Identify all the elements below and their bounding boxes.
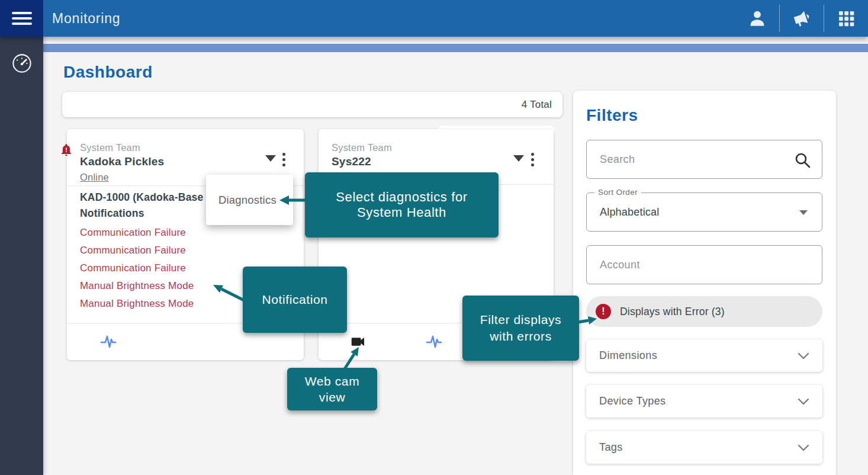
card-more-menu-button[interactable] — [278, 149, 289, 169]
search-icon — [793, 151, 811, 169]
accordion-tags[interactable]: Tags — [586, 431, 822, 464]
filters-title: Filters — [586, 106, 638, 125]
gauge-icon — [11, 53, 33, 74]
callout-select-diagnostics: Select diagnostics for System Health — [305, 172, 499, 238]
sidebar — [0, 37, 43, 475]
card-display-name: Kadoka Pickles — [80, 155, 164, 168]
megaphone-icon — [788, 5, 815, 31]
user-profile-button[interactable] — [735, 5, 779, 32]
notification-item[interactable]: Manual Brightness Mode — [80, 295, 194, 313]
chevron-down-icon — [798, 444, 809, 451]
hamburger-icon — [12, 9, 32, 28]
notification-item[interactable]: Communication Failure — [80, 224, 194, 242]
search-button[interactable] — [793, 151, 811, 169]
callout-arrow-icon — [332, 345, 362, 374]
search-box — [586, 140, 822, 179]
displays-with-error-filter[interactable]: ! Displays with Error (3) — [586, 296, 822, 327]
alert-bell-icon — [59, 142, 73, 158]
menu-item-diagnostics[interactable]: Diagnostics — [206, 194, 277, 207]
notification-item[interactable]: Communication Failure — [80, 259, 194, 277]
system-health-button[interactable] — [424, 332, 444, 352]
app-bar-actions — [735, 0, 868, 37]
person-icon — [747, 8, 767, 28]
accent-strip — [43, 44, 868, 52]
search-input[interactable] — [587, 140, 822, 178]
notification-list: Communication Failure Communication Fail… — [80, 224, 194, 313]
filters-panel: Filters Sort Order Alphabetical ! Displa… — [573, 91, 836, 475]
app-bar: Monitoring — [0, 0, 868, 37]
callout-notification: Notification — [243, 267, 347, 333]
card-dropdown-button[interactable] — [264, 153, 277, 165]
monitoring-screen: Monitoring — [0, 0, 868, 475]
card-team-label: System Team — [332, 142, 392, 153]
device-name: KAD-1000 (Kadoka-Base — [80, 191, 203, 204]
accordion-label: Device Types — [599, 395, 666, 407]
account-input[interactable] — [587, 246, 822, 284]
chevron-down-icon — [798, 398, 809, 405]
sidebar-item-dashboard[interactable] — [0, 43, 43, 84]
card-display-name: Sys222 — [332, 155, 371, 168]
notification-item[interactable]: Communication Failure — [80, 242, 194, 259]
card-dropdown-button[interactable] — [512, 153, 525, 165]
accordion-label: Tags — [599, 441, 623, 454]
notifications-heading: Notifications — [80, 207, 144, 220]
notification-item[interactable]: Manual Brightness Mode — [80, 277, 194, 295]
sort-order-select[interactable]: Sort Order Alphabetical — [586, 192, 822, 232]
total-bar: 4 Total — [62, 92, 562, 117]
callout-text: Filter displays with errors — [477, 312, 565, 345]
card-status-link[interactable]: Online — [80, 172, 109, 183]
callout-arrow-icon — [573, 313, 599, 328]
apps-grid-icon — [837, 9, 856, 28]
menu-toggle-button[interactable] — [0, 0, 43, 37]
caret-down-icon — [513, 155, 524, 162]
callout-filter-errors: Filter displays with errors — [462, 296, 579, 361]
callout-arrow-icon — [211, 281, 247, 306]
sort-order-value: Alphabetical — [600, 193, 659, 231]
dropdown-caret-icon — [799, 210, 808, 215]
pulse-icon — [99, 333, 117, 351]
page-title: Dashboard — [63, 63, 153, 82]
pulse-icon — [425, 333, 443, 351]
caret-down-icon — [265, 155, 276, 162]
accordion-label: Dimensions — [599, 349, 657, 362]
card-team-label: System Team — [80, 142, 140, 153]
card-more-menu-button[interactable] — [527, 149, 538, 169]
accordion-dimensions[interactable]: Dimensions — [586, 339, 822, 372]
apps-grid-button[interactable] — [824, 5, 868, 32]
app-title: Monitoring — [52, 0, 120, 37]
callout-text: Select diagnostics for System Health — [322, 190, 482, 220]
account-box — [586, 245, 822, 284]
accordion-device-types[interactable]: Device Types — [586, 385, 822, 418]
announcements-button[interactable] — [780, 5, 824, 32]
system-health-button[interactable] — [98, 332, 118, 352]
error-filter-label: Displays with Error (3) — [620, 306, 725, 318]
callout-text: Notification — [262, 293, 327, 307]
total-count: 4 Total — [522, 99, 552, 111]
chevron-down-icon — [798, 352, 809, 360]
callout-text: Web cam view — [303, 373, 362, 405]
callout-arrow-icon — [278, 194, 309, 207]
